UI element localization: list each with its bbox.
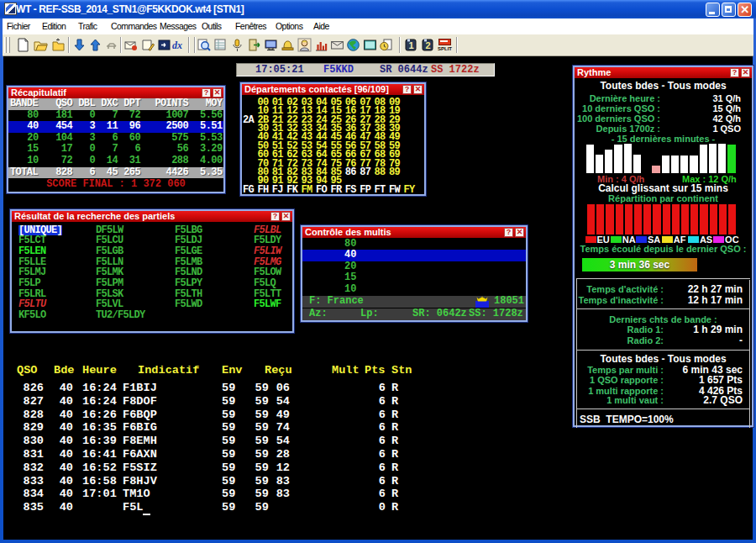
svg-text:2: 2 (425, 40, 430, 50)
svg-text:1: 1 (408, 40, 413, 50)
